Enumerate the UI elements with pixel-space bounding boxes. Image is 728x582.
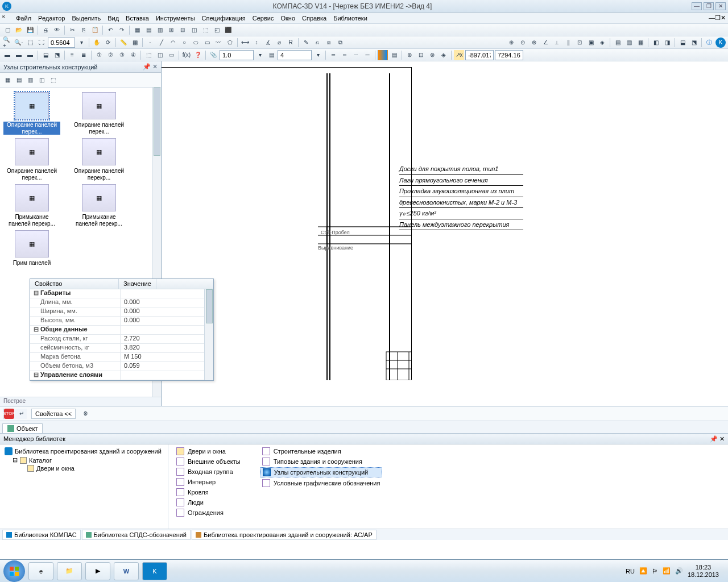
tool-a[interactable]: ▦ [132, 25, 142, 35]
prop-c[interactable]: ▬ [25, 50, 35, 60]
tool-e[interactable]: ⊟ [177, 25, 188, 35]
tree-leaf[interactable]: Двери и окна [2, 464, 166, 472]
tray-icon[interactable]: 🔼 [639, 567, 647, 575]
ruler-icon[interactable]: 📏 [118, 38, 129, 48]
tool-d[interactable]: ⊞ [166, 25, 176, 35]
lib-pin-icon[interactable]: 📌 ✕ [710, 435, 725, 443]
thumb-item[interactable]: ▦Прим панелей [3, 230, 60, 267]
snap-c[interactable]: ⊗ [529, 38, 539, 48]
sv-a[interactable]: ▦ [2, 75, 13, 85]
thumb-item[interactable]: ▦Опирание панелей перек... [3, 92, 60, 135]
prop-extra-icon[interactable]: ⚙ [80, 409, 90, 419]
layer-c[interactable]: ▦ [635, 38, 646, 48]
ls-a[interactable]: ━ [328, 50, 338, 60]
dim-d[interactable]: ⌀ [274, 38, 284, 48]
lib-item[interactable]: Внешние объекты [174, 457, 243, 466]
prop-i[interactable]: ② [105, 50, 115, 60]
prop-l[interactable]: ⬚ [143, 50, 154, 60]
paste-icon[interactable]: 📋 [90, 25, 100, 35]
dim-b[interactable]: ↕ [251, 38, 262, 48]
tree-node[interactable]: ⊟Каталог [2, 456, 166, 464]
dd2[interactable]: ▾ [313, 50, 323, 60]
preview-icon[interactable]: 👁 [52, 25, 62, 35]
thumb-item[interactable]: ▦Примыкание панелей перекр... [3, 184, 60, 227]
dim-a[interactable]: ⟷ [240, 38, 250, 48]
menu-tools[interactable]: Инструменты [152, 14, 198, 23]
tray-lang[interactable]: RU [626, 568, 635, 575]
prop-scrollbar[interactable] [204, 289, 213, 380]
lib-item[interactable]: Входная группа [174, 467, 243, 476]
zoom-out-icon[interactable]: 🔍- [14, 38, 24, 48]
menu-help[interactable]: Справка [299, 14, 330, 23]
lib-tab-1[interactable]: Библиотеки КОМПАС [2, 530, 81, 540]
drawing-canvas[interactable]: Ctrl+Пробел Выравнивание Доски для покры… [162, 61, 728, 406]
tray-vol-icon[interactable]: 🔊 [675, 567, 683, 575]
thumb-item[interactable]: ▦Опирание панелей перекр... [71, 138, 127, 181]
fx-icon[interactable]: f(x) [181, 50, 192, 60]
geom-poly[interactable]: ⬠ [225, 38, 235, 48]
menu-editor[interactable]: Редактор [35, 14, 68, 23]
edit-a[interactable]: ✎ [301, 38, 311, 48]
geom-arc[interactable]: ◠ [168, 38, 178, 48]
menu-spec[interactable]: Спецификация [198, 14, 249, 23]
color-icon[interactable] [378, 50, 388, 60]
geom-ellipse[interactable]: ⬭ [191, 38, 201, 48]
coord-icon[interactable]: ↗x [454, 50, 464, 60]
thumb-item[interactable]: ▦Примыкание панелей перекр... [71, 184, 127, 227]
lib-item[interactable]: Типовые здания и сооружения [260, 457, 383, 466]
lib-item[interactable]: Двери и окна [174, 447, 243, 456]
zoom-in-icon[interactable]: 🔍+ [2, 38, 13, 48]
stop-icon[interactable]: STOP [4, 409, 14, 419]
snap-e[interactable]: ⟂ [552, 38, 562, 48]
prop-m[interactable]: ◫ [155, 50, 165, 60]
redo-icon[interactable]: ↷ [117, 25, 127, 35]
maximize-button[interactable]: ❐ [704, 2, 714, 10]
lib-item[interactable]: Ограждения [174, 508, 243, 517]
prop-n[interactable]: ▭ [166, 50, 176, 60]
tool-c[interactable]: ▥ [155, 25, 165, 35]
pan-icon[interactable]: ✋ [92, 38, 102, 48]
sv-e[interactable]: ⬚ [48, 75, 58, 85]
prop-f[interactable]: ≡ [67, 50, 77, 60]
scale-input[interactable] [220, 50, 254, 60]
mdi-close[interactable]: ✕ [721, 14, 726, 22]
taskbar-explorer[interactable]: 📁 [57, 562, 82, 580]
snap-f[interactable]: ∥ [563, 38, 573, 48]
lib-item-selected[interactable]: Узлы строительных конструкций [260, 467, 383, 477]
print-icon[interactable]: 🖨 [40, 25, 51, 35]
open-icon[interactable]: 📂 [14, 25, 24, 35]
tray-clock[interactable]: 18:23 18.12.2013 [688, 564, 719, 577]
prop-k[interactable]: ④ [128, 50, 138, 60]
edit-c[interactable]: ⧈ [324, 38, 334, 48]
minimize-button[interactable]: — [692, 2, 702, 10]
prop-b[interactable]: ▬ [14, 50, 24, 60]
tool-g[interactable]: ⬚ [200, 25, 210, 35]
grid-icon[interactable]: ▦ [130, 38, 140, 48]
lib-item[interactable]: Условные графические обозначения [260, 479, 383, 488]
tray-net-icon[interactable]: 📶 [663, 567, 671, 575]
menu-select[interactable]: Выделить [68, 14, 104, 23]
snap-i[interactable]: ◈ [597, 38, 607, 48]
tool-b[interactable]: ▤ [143, 25, 154, 35]
undo-icon[interactable]: ↶ [105, 25, 115, 35]
lib-tab-3[interactable]: Библиотека проектирования зданий и соору… [192, 530, 377, 540]
copy-icon[interactable]: ⎘ [78, 25, 89, 35]
zoom-window-icon[interactable]: ⬚ [25, 38, 35, 48]
geom-spline[interactable]: 〰 [213, 38, 224, 48]
lib-item[interactable]: Люди [174, 498, 243, 507]
prop-d[interactable]: ⬓ [40, 50, 51, 60]
dropdown-icon[interactable]: ▾ [76, 38, 86, 48]
coord-x[interactable] [465, 50, 494, 60]
tray-flag-icon[interactable]: 🏳 [652, 568, 658, 575]
dim-e[interactable]: R [286, 38, 296, 48]
zoom-fit-icon[interactable]: ⛶ [36, 38, 47, 48]
layer-icon[interactable]: ▤ [389, 50, 399, 60]
view-b[interactable]: ◨ [662, 38, 672, 48]
sn-d[interactable]: ◈ [439, 50, 449, 60]
snap-a[interactable]: ⊕ [506, 38, 516, 48]
prop-g[interactable]: ≣ [78, 50, 89, 60]
prop-a[interactable]: ▬ [2, 50, 13, 60]
lib-item[interactable]: Строительные изделия [260, 447, 383, 456]
cut-icon[interactable]: ✂ [67, 25, 77, 35]
dim-c[interactable]: ∡ [263, 38, 273, 48]
